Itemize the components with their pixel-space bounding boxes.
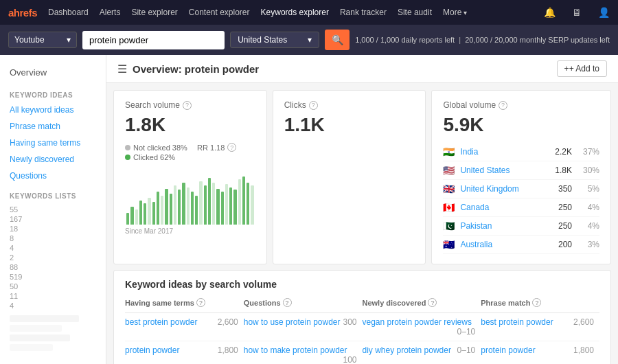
ahrefs-logo: ahrefs [8, 7, 37, 19]
clicks-value: 1.1K [284, 114, 415, 136]
monitor-icon[interactable]: 🖥 [572, 7, 582, 18]
not-clicked-dot [125, 145, 130, 150]
country-row: 🇬🇧 United Kingdom 350 5% [443, 180, 599, 198]
nav-more[interactable]: More [443, 8, 467, 17]
sidebar-num-2: 18 [10, 225, 96, 233]
chart-bar [174, 185, 176, 225]
nav-site-audit[interactable]: Site audit [398, 8, 432, 17]
country-value: 250 [558, 203, 572, 212]
chart-bar [187, 187, 190, 225]
chart-bar [208, 178, 211, 225]
nav-site-explorer[interactable]: Site explorer [131, 8, 177, 17]
country-percent: 4% [580, 221, 599, 231]
country-name[interactable]: India [460, 147, 549, 157]
page-header-left: ☰ Overview: protein powder [117, 62, 259, 76]
rr-info-icon: ? [227, 143, 236, 152]
source-selector[interactable]: Youtube ▾ [8, 32, 77, 48]
sidebar-num-6: 88 [10, 263, 96, 271]
search-volume-value: 1.8K [125, 114, 255, 136]
country-row: 🇮🇳 India 2.2K 37% [443, 143, 599, 161]
chart-bar [199, 181, 202, 225]
sidebar-all-keyword-ideas[interactable]: All keyword ideas [0, 102, 106, 118]
country-value: 350 [558, 184, 572, 194]
top-navigation: ahrefs Dashboard Alerts Site explorer Co… [0, 0, 618, 25]
sidebar-having-same-terms[interactable]: Having same terms [0, 135, 106, 151]
chart-bar [139, 201, 142, 225]
sidebar-phrase-match[interactable]: Phrase match [0, 118, 106, 135]
keyword-link[interactable]: how to make protein powder [244, 345, 347, 355]
newly-discovered-cell: diy whey protein powder 0–10 [363, 341, 481, 364]
nav-alerts[interactable]: Alerts [100, 8, 121, 17]
having-same-terms-header: Having same terms ? [125, 298, 244, 313]
country-row: 🇨🇦 Canada 250 4% [443, 198, 599, 217]
sidebar-newly-discovered[interactable]: Newly discovered [0, 151, 106, 168]
sidebar-num-9: 11 [10, 292, 96, 300]
country-percent: 30% [580, 166, 599, 175]
user-icon[interactable]: 👤 [598, 7, 610, 18]
country-row: 🇺🇸 United States 1.8K 30% [443, 161, 599, 180]
country-name[interactable]: United Kingdom [460, 184, 553, 194]
search-button[interactable]: 🔍 [325, 30, 350, 50]
keywords-table: Having same terms ?Questions ?Newly disc… [125, 298, 599, 364]
nav-dashboard[interactable]: Dashboard [48, 8, 89, 17]
clicked-dot [125, 155, 130, 160]
chart-bar [157, 192, 159, 225]
add-to-button[interactable]: + + Add to [557, 60, 607, 77]
country-row: 🇵🇰 Pakistan 250 4% [443, 217, 599, 236]
country-value: 250 [558, 221, 572, 231]
keyword-link[interactable]: best protein powder [125, 317, 197, 327]
country-value: 1.8K [555, 166, 572, 175]
nav-rank-tracker[interactable]: Rank tracker [340, 8, 387, 17]
keywords-by-volume-section: Keyword ideas by search volume Having sa… [113, 270, 611, 364]
sidebar-num-3: 8 [10, 234, 96, 242]
sidebar-num-4: 4 [10, 244, 96, 252]
country-name[interactable]: Canada [460, 203, 553, 212]
having-same-terms-cell: best protein powder 2,600 [125, 313, 244, 341]
sidebar: Overview KEYWORD IDEAS All keyword ideas… [0, 55, 106, 364]
country-flag: 🇵🇰 [443, 220, 455, 231]
sidebar-num-7: 519 [10, 273, 96, 281]
country-name[interactable]: United States [460, 166, 549, 175]
chart-bar [251, 185, 253, 225]
col-info-icon: ? [283, 298, 292, 307]
content-area: ☰ Overview: protein powder + + Add to Se… [106, 55, 618, 364]
chart-bar [170, 194, 172, 225]
keyword-input[interactable] [82, 31, 225, 49]
country-list: 🇮🇳 India 2.2K 37% 🇺🇸 United States 1.8K … [443, 143, 599, 254]
chart-bar [135, 209, 138, 225]
questions-cell: how to use protein powder 300 [244, 313, 363, 341]
sidebar-questions[interactable]: Questions [0, 168, 106, 184]
nav-keywords-explorer[interactable]: Keywords explorer [261, 8, 329, 17]
source-label: Youtube [14, 35, 45, 45]
country-flag: 🇨🇦 [443, 202, 455, 213]
keyword-link[interactable]: protein powder [125, 345, 179, 355]
country-name[interactable]: Australia [460, 240, 553, 249]
phrase-match-cell: best protein powder 2,600 [481, 313, 599, 341]
chart-bar [204, 185, 207, 225]
global-volume-label: Global volume ? [443, 100, 599, 110]
chart-bar [238, 179, 241, 225]
country-name[interactable]: Pakistan [460, 221, 553, 231]
add-icon: + [564, 64, 569, 73]
sidebar-overview[interactable]: Overview [0, 62, 106, 83]
country-percent: 37% [580, 147, 599, 157]
chart-bar [216, 189, 219, 225]
country-selector[interactable]: United States ▾ [230, 32, 319, 48]
clicks-label: Clicks ? [284, 100, 415, 110]
keyword-link[interactable]: diy whey protein powder [363, 345, 451, 355]
bell-icon[interactable]: 🔔 [544, 7, 556, 18]
daily-reports-info: 1,000 / 1,000 daily reports left | 20,00… [355, 36, 610, 44]
keyword-link[interactable]: vegan protein powder reviews [363, 317, 472, 327]
col-info-icon: ? [196, 298, 205, 307]
sidebar-num-8: 50 [10, 282, 96, 291]
keyword-link[interactable]: protein powder [481, 345, 535, 355]
hamburger-icon[interactable]: ☰ [117, 62, 127, 76]
search-volume-card: Search volume ? 1.8K Not clicked 38% RR … [113, 90, 267, 264]
chart-bar [221, 192, 224, 225]
keyword-link[interactable]: how to use protein powder [244, 317, 341, 327]
metrics-row: Search volume ? 1.8K Not clicked 38% RR … [113, 90, 611, 264]
questions-header: Questions ? [244, 298, 363, 313]
nav-content-explorer[interactable]: Content explorer [189, 8, 250, 17]
keyword-link[interactable]: best protein powder [481, 317, 553, 327]
search-icon: 🔍 [332, 34, 343, 45]
